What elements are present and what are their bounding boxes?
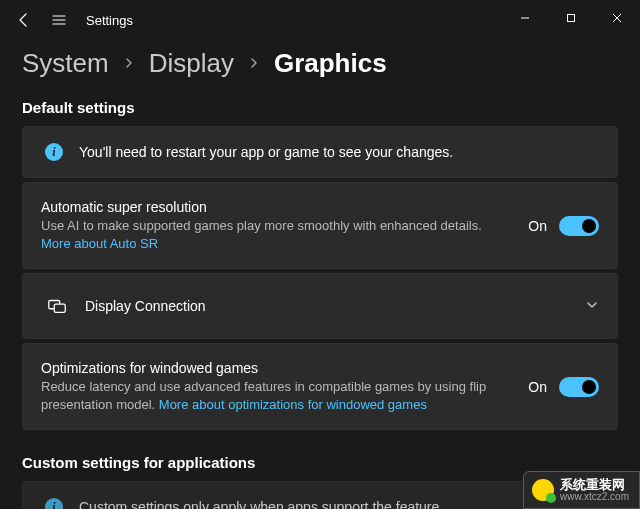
- display-connection-card[interactable]: Display Connection: [22, 273, 618, 339]
- display-connection-title: Display Connection: [85, 298, 569, 314]
- back-icon[interactable]: [14, 11, 32, 29]
- info-icon: i: [45, 498, 63, 509]
- watermark-sub: www.xtcz2.com: [560, 492, 629, 503]
- chevron-down-icon[interactable]: [585, 298, 599, 315]
- breadcrumb: System Display Graphics: [0, 40, 640, 93]
- restart-notice-card: i You'll need to restart your app or gam…: [22, 126, 618, 178]
- windowed-optimizations-card[interactable]: Optimizations for windowed games Reduce …: [22, 343, 618, 430]
- windowed-toggle[interactable]: [559, 377, 599, 397]
- asr-more-link[interactable]: More about Auto SR: [41, 236, 158, 251]
- window-controls: [502, 6, 640, 34]
- windowed-more-link[interactable]: More about optimizations for windowed ga…: [159, 397, 427, 412]
- breadcrumb-graphics: Graphics: [274, 48, 387, 79]
- maximize-button[interactable]: [548, 2, 594, 34]
- close-button[interactable]: [594, 2, 640, 34]
- watermark-logo-icon: [532, 479, 554, 501]
- minimize-button[interactable]: [502, 2, 548, 34]
- breadcrumb-system[interactable]: System: [22, 48, 109, 79]
- chevron-right-icon: [248, 55, 260, 73]
- windowed-state-label: On: [528, 379, 547, 395]
- asr-toggle[interactable]: [559, 216, 599, 236]
- svg-rect-2: [54, 304, 65, 312]
- section-default-settings: Default settings: [0, 93, 640, 126]
- window-title: Settings: [86, 13, 133, 28]
- asr-state-label: On: [528, 218, 547, 234]
- watermark: 系统重装网 www.xtcz2.com: [523, 471, 640, 509]
- watermark-main: 系统重装网: [560, 478, 629, 492]
- title-bar: Settings: [0, 0, 640, 40]
- auto-super-resolution-card[interactable]: Automatic super resolution Use AI to mak…: [22, 182, 618, 269]
- restart-notice-text: You'll need to restart your app or game …: [79, 144, 599, 160]
- windowed-desc: Reduce latency and use advanced features…: [41, 378, 512, 413]
- display-connection-icon: [45, 294, 69, 318]
- windowed-title: Optimizations for windowed games: [41, 360, 512, 376]
- breadcrumb-display[interactable]: Display: [149, 48, 234, 79]
- default-settings-list: i You'll need to restart your app or gam…: [0, 126, 640, 430]
- title-bar-left: Settings: [14, 11, 133, 29]
- asr-title: Automatic super resolution: [41, 199, 512, 215]
- custom-notice-text: Custom settings only apply when apps sup…: [79, 499, 599, 509]
- info-icon: i: [45, 143, 63, 161]
- asr-desc: Use AI to make supported games play more…: [41, 217, 512, 252]
- hamburger-icon[interactable]: [50, 11, 68, 29]
- svg-rect-0: [568, 15, 575, 22]
- chevron-right-icon: [123, 55, 135, 73]
